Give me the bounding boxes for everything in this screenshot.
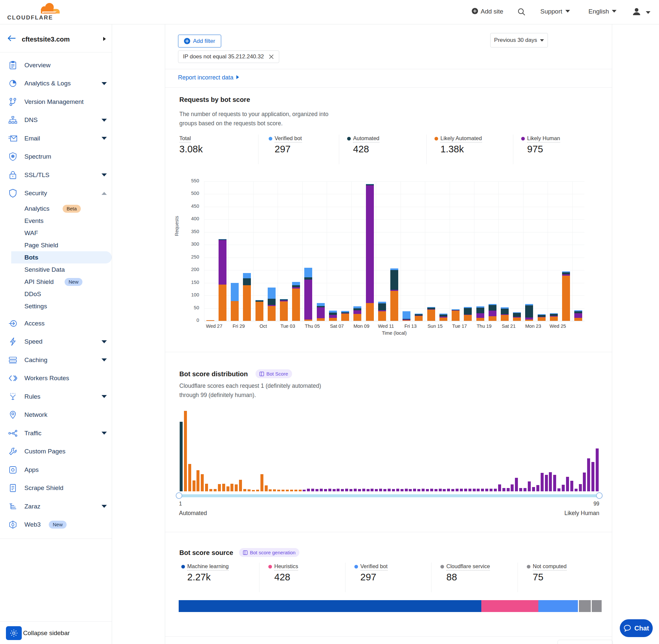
bot-score-distribution-chart[interactable] (179, 411, 599, 491)
chart-bar[interactable] (427, 307, 435, 321)
distribution-bar[interactable] (379, 489, 382, 491)
distribution-bar[interactable] (299, 490, 302, 491)
sidebar-item-email[interactable]: Email (0, 129, 112, 148)
chart-bar[interactable] (440, 314, 447, 321)
chat-button[interactable]: Chat (620, 619, 653, 637)
site-selector[interactable]: cftestsite3.com (0, 24, 112, 52)
language-menu[interactable]: English (588, 8, 616, 15)
chart-bar[interactable] (476, 306, 484, 321)
distribution-bar[interactable] (455, 489, 458, 491)
distribution-bar[interactable] (481, 489, 484, 491)
sidebar-item-network[interactable]: Network (0, 406, 112, 424)
distribution-bar[interactable] (417, 489, 420, 491)
distribution-bar[interactable] (490, 489, 493, 491)
sidebar-item-traffic[interactable]: Traffic (0, 424, 112, 442)
sidebar-item-apps[interactable]: Apps (0, 461, 112, 479)
chart-bar[interactable] (452, 309, 460, 321)
distribution-bar[interactable] (485, 489, 488, 491)
distribution-bar[interactable] (464, 489, 467, 491)
distribution-bar[interactable] (371, 489, 374, 491)
slider-handle-max[interactable] (596, 492, 603, 499)
distribution-bar[interactable] (265, 485, 268, 491)
distribution-bar[interactable] (596, 448, 599, 491)
distribution-bar[interactable] (558, 488, 560, 491)
distribution-bar[interactable] (295, 490, 297, 491)
distribution-bar[interactable] (367, 489, 370, 491)
add-filter-button[interactable]: Add filter (178, 34, 221, 47)
chart-bar[interactable] (562, 271, 570, 321)
distribution-bar[interactable] (443, 489, 446, 491)
distribution-bar[interactable] (222, 484, 225, 491)
distribution-bar[interactable] (519, 488, 522, 491)
distribution-bar[interactable] (243, 489, 246, 491)
chart-bar[interactable] (317, 303, 325, 321)
distribution-bar[interactable] (566, 477, 569, 491)
sidebar-item-analytics[interactable]: Analytics Beta (0, 203, 112, 215)
distribution-bar[interactable] (184, 411, 187, 491)
sidebar-item-ssl-tls[interactable]: SSL/TLS (0, 166, 112, 184)
sidebar-item-sensitive-data[interactable]: Sensitive Data (0, 263, 112, 276)
collapse-sidebar-label[interactable]: Collapse sidebar (23, 629, 70, 637)
chart-bar[interactable] (489, 304, 496, 321)
chart-bar[interactable] (501, 307, 509, 321)
sidebar-item-api-shield[interactable]: API Shield New (0, 276, 112, 288)
support-menu[interactable]: Support (540, 8, 570, 15)
distribution-bar[interactable] (579, 484, 582, 491)
distribution-bar[interactable] (269, 489, 272, 491)
distribution-bar[interactable] (231, 484, 233, 491)
distribution-bar[interactable] (515, 478, 518, 491)
sidebar-item-settings[interactable]: Settings (0, 300, 112, 312)
distribution-bar[interactable] (214, 489, 217, 491)
back-arrow-icon[interactable] (7, 34, 17, 43)
sidebar-item-zaraz[interactable]: Zaraz (0, 497, 112, 516)
distribution-bar[interactable] (324, 489, 327, 491)
distribution-bar[interactable] (375, 489, 378, 491)
distribution-bar[interactable] (239, 480, 242, 491)
distribution-bar[interactable] (311, 489, 314, 491)
chevron-down-icon[interactable] (101, 359, 107, 362)
sidebar-item-access[interactable]: Access (0, 314, 112, 333)
distribution-bar[interactable] (494, 489, 497, 491)
distribution-bar[interactable] (574, 489, 578, 491)
distribution-bar[interactable] (349, 489, 352, 491)
gear-icon[interactable] (6, 626, 22, 640)
chart-bar[interactable] (256, 300, 263, 321)
chart-bar[interactable] (550, 313, 558, 321)
chart-bar[interactable] (402, 311, 410, 321)
distribution-bar[interactable] (290, 490, 293, 491)
sidebar-item-analytics-and-logs[interactable]: Analytics & Logs (0, 74, 112, 93)
distribution-bar[interactable] (434, 489, 438, 491)
sidebar-item-scrape-shield[interactable]: Scrape Shield (0, 479, 112, 498)
distribution-bar[interactable] (532, 487, 535, 491)
distribution-bar[interactable] (502, 488, 505, 491)
distribution-bar[interactable] (205, 484, 208, 491)
chart-bar[interactable] (538, 314, 546, 321)
distribution-bar[interactable] (328, 489, 331, 491)
sidebar-item-workers-routes[interactable]: Workers Routes (0, 369, 112, 388)
distribution-bar[interactable] (218, 484, 221, 491)
bot-score-generation-badge[interactable]: Bot score generation (239, 548, 299, 557)
distribution-bar[interactable] (392, 489, 395, 491)
sidebar-item-overview[interactable]: Overview (0, 56, 112, 74)
chart-bar[interactable] (390, 269, 398, 321)
sidebar-item-speed[interactable]: Speed (0, 333, 112, 351)
distribution-bar[interactable] (192, 480, 195, 491)
chart-bar[interactable] (292, 282, 300, 321)
bot-score-range-slider[interactable] (179, 494, 599, 497)
distribution-bar[interactable] (536, 485, 539, 491)
chart-bar[interactable] (243, 273, 251, 321)
sidebar-item-version-management[interactable]: Version Management (0, 93, 112, 111)
distribution-bar[interactable] (358, 489, 361, 491)
distribution-bar[interactable] (451, 489, 454, 491)
distribution-bar[interactable] (439, 489, 442, 491)
chevron-down-icon[interactable] (101, 119, 107, 122)
chart-bar[interactable] (415, 314, 423, 321)
distribution-bar[interactable] (180, 422, 183, 491)
search-icon[interactable] (517, 7, 526, 18)
slider-handle-min[interactable] (176, 492, 182, 499)
sidebar-item-custom-pages[interactable]: Custom Pages (0, 442, 112, 461)
distribution-bar[interactable] (523, 488, 526, 491)
distribution-bar[interactable] (405, 489, 408, 491)
distribution-bar[interactable] (362, 489, 365, 491)
chevron-down-icon[interactable] (101, 137, 107, 140)
